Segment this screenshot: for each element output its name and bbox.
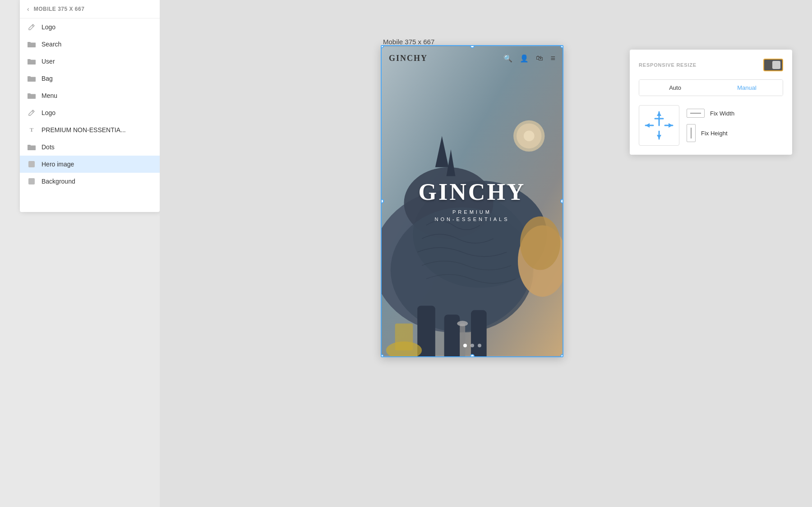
responsive-resize-panel: RESPONSIVE RESIZE Auto Manual [630,50,792,155]
hero-brand-text: GINCHY [419,180,526,204]
sidebar-item-user[interactable]: User [20,53,160,70]
sidebar-header-title: MOBILE 375 X 667 [34,6,85,12]
back-chevron-icon: ‹ [27,5,29,13]
handle-bottom-left[interactable] [381,354,384,357]
sidebar-item-label: Bag [42,75,53,82]
dot-3 [478,344,481,347]
fix-height-option[interactable]: Fix Height [687,124,734,142]
svg-rect-13 [395,323,413,350]
resize-panel-header: RESPONSIVE RESIZE [639,59,783,71]
resize-options: Fix Width Fix Height [639,105,783,146]
constraint-icon [643,110,675,141]
fix-options: Fix Width Fix Height [687,109,734,142]
sidebar-item-logo-1[interactable]: Logo [20,18,160,36]
svg-point-11 [520,217,560,270]
folder-icon [27,40,36,49]
fix-height-icon [687,124,696,142]
folder-icon [27,74,36,83]
canvas-label: Mobile 375 x 667 [383,38,434,46]
tab-manual[interactable]: Manual [711,80,783,96]
search-nav-icon: 🔍 [503,54,512,63]
constraint-box[interactable] [639,105,679,146]
square-icon [27,160,36,169]
sidebar-item-hero-image[interactable]: Hero image [20,156,160,173]
svg-point-16 [524,131,535,142]
fix-height-label: Fix Height [701,130,728,137]
hero-text: GINCHY PREMIUM NON-ESSENTIALS [419,180,526,222]
mobile-content: GINCHY 🔍 👤 🛍 ≡ GINCHY PREMIUM NON-ESSENT… [382,46,563,356]
svg-point-18 [457,321,468,326]
fix-width-option[interactable]: Fix Width [687,109,734,118]
sidebar-item-label: PREMIUM NON-ESSENTIA... [42,126,126,134]
sidebar-item-label: Dots [42,143,55,151]
bag-nav-icon: 🛍 [536,54,543,62]
sidebar-item-search[interactable]: Search [20,36,160,53]
menu-nav-icon: ≡ [550,54,555,63]
mobile-frame[interactable]: GINCHY 🔍 👤 🛍 ≡ GINCHY PREMIUM NON-ESSENT… [381,45,563,357]
sidebar-item-menu[interactable]: Menu [20,87,160,104]
sidebar-header[interactable]: ‹ MOBILE 375 X 667 [20,0,160,18]
handle-top-right[interactable] [560,45,563,48]
pen-icon [27,108,36,117]
text-icon: T [27,125,36,134]
svg-marker-24 [669,123,673,128]
horizontal-line [690,113,701,114]
sidebar-item-label: User [42,58,55,65]
dot-1 [463,344,467,347]
sidebar-item-label: Menu [42,92,57,99]
sidebar-item-premium-text[interactable]: T PREMIUM NON-ESSENTIA... [20,121,160,138]
dot-2 [471,344,474,347]
svg-marker-22 [646,123,650,128]
sidebar-item-background[interactable]: Background [20,173,160,190]
user-nav-icon: 👤 [520,54,529,63]
fix-width-icon [687,109,705,118]
handle-middle-right[interactable] [560,199,563,203]
sidebar-item-label: Hero image [42,161,74,168]
folder-icon [27,143,36,152]
hero-non-essentials-text: NON-ESSENTIALS [419,217,526,222]
hero-premium-text: PREMIUM [419,209,526,215]
handle-bottom-right[interactable] [560,354,563,357]
mobile-logo: GINCHY [389,54,428,63]
toggle-switch[interactable] [763,59,783,71]
sidebar-item-logo-2[interactable]: Logo [20,104,160,121]
mobile-nav: GINCHY 🔍 👤 🛍 ≡ [382,46,563,70]
sidebar: ‹ MOBILE 375 X 667 Logo Search User [20,0,160,212]
square-icon [27,177,36,186]
svg-point-6 [391,207,534,332]
sidebar-item-label: Logo [42,109,55,116]
svg-marker-26 [657,135,661,139]
svg-rect-9 [471,310,487,356]
vertical-line [691,128,692,138]
toggle-inner [772,61,780,69]
sidebar-item-label: Search [42,41,61,48]
svg-rect-8 [444,314,460,356]
folder-icon [27,57,36,66]
sidebar-item-label: Background [42,178,75,185]
svg-rect-17 [460,323,465,356]
fix-width-label: Fix Width [710,110,734,117]
tab-auto[interactable]: Auto [639,80,711,96]
svg-marker-20 [657,112,661,116]
sidebar-item-bag[interactable]: Bag [20,70,160,87]
sidebar-item-label: Logo [42,23,55,31]
sidebar-item-dots[interactable]: Dots [20,138,160,156]
mobile-nav-icons: 🔍 👤 🛍 ≡ [503,54,555,63]
resize-panel-title: RESPONSIVE RESIZE [639,62,697,68]
pen-icon [27,23,36,32]
dots-indicator [463,344,481,347]
handle-bottom-center[interactable] [470,354,475,357]
folder-icon [27,91,36,100]
resize-tabs: Auto Manual [639,79,783,96]
